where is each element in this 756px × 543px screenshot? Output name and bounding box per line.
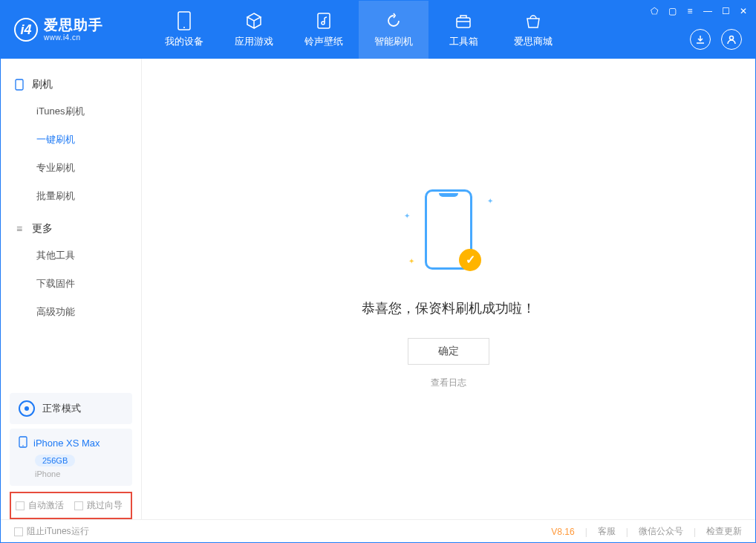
- tab-ringtones[interactable]: 铃声壁纸: [289, 1, 359, 59]
- list-icon: ≡: [14, 224, 25, 234]
- check-icon: ✓: [459, 249, 481, 271]
- device-icon: [19, 436, 27, 450]
- tab-label: 爱思商城: [514, 35, 553, 48]
- sidebar-item-itunes-flash[interactable]: iTunes刷机: [1, 97, 141, 126]
- tab-my-device[interactable]: 我的设备: [149, 1, 219, 59]
- tab-flash[interactable]: 智能刷机: [359, 1, 428, 59]
- store-icon: [524, 11, 543, 30]
- sidebar-header-more: ≡ 更多: [1, 216, 141, 241]
- sidebar-item-oneclick-flash[interactable]: 一键刷机: [1, 126, 141, 154]
- cube-icon: [244, 11, 264, 30]
- download-button[interactable]: [690, 29, 711, 50]
- customer-service-link[interactable]: 客服: [598, 525, 616, 538]
- options-row: 自动激活 跳过向导: [10, 492, 132, 519]
- tab-store[interactable]: 爱思商城: [498, 1, 568, 59]
- version-label: V8.16: [551, 527, 574, 537]
- tab-toolbox[interactable]: 工具箱: [428, 1, 498, 59]
- sidebar-header-flash: 刷机: [1, 72, 141, 97]
- ok-button[interactable]: 确定: [408, 338, 489, 365]
- header: i4 爱思助手 www.i4.cn 我的设备 应用游戏 铃声壁纸 智能刷机 工具…: [1, 1, 755, 59]
- svg-point-3: [322, 22, 325, 25]
- device-type: iPhone: [35, 469, 123, 478]
- phone-icon: [14, 79, 25, 90]
- music-icon: [314, 11, 333, 30]
- shirt-icon[interactable]: ⬠: [648, 5, 660, 17]
- checkbox-skip-guide[interactable]: 跳过向导: [74, 499, 123, 512]
- device-icon: [175, 11, 194, 30]
- main-tabs: 我的设备 应用游戏 铃声壁纸 智能刷机 工具箱 爱思商城: [149, 1, 568, 59]
- check-update-link[interactable]: 检查更新: [706, 525, 742, 538]
- maximize-button[interactable]: ☐: [720, 5, 731, 17]
- sidebar: 刷机 iTunes刷机 一键刷机 专业刷机 批量刷机 ≡ 更多 其他工具 下载固…: [1, 59, 142, 519]
- sidebar-item-batch-flash[interactable]: 批量刷机: [1, 182, 141, 210]
- main-content: ✦ ✦ ✦ ✓ 恭喜您，保资料刷机成功啦！ 确定 查看日志: [142, 59, 755, 519]
- minimize-button[interactable]: —: [702, 5, 714, 17]
- tab-label: 工具箱: [449, 35, 478, 48]
- svg-point-8: [22, 445, 24, 446]
- checkbox-block-itunes[interactable]: 阻止iTunes运行: [14, 525, 89, 538]
- tab-label: 应用游戏: [235, 35, 273, 48]
- app-subtitle: www.i4.cn: [44, 33, 103, 42]
- footer: 阻止iTunes运行 V8.16 | 客服 | 微信公众号 | 检查更新: [1, 519, 755, 543]
- success-message: 恭喜您，保资料刷机成功啦！: [362, 299, 535, 317]
- window-controls: ⬠ ▢ ≡ — ☐ ✕: [648, 5, 749, 17]
- close-button[interactable]: ✕: [737, 5, 749, 17]
- lock-icon[interactable]: ▢: [666, 5, 678, 17]
- sidebar-item-download-firmware[interactable]: 下载固件: [1, 270, 141, 298]
- svg-rect-6: [16, 79, 23, 90]
- status-label: 正常模式: [42, 402, 81, 415]
- app-title: 爱思助手: [44, 18, 103, 33]
- tab-label: 智能刷机: [374, 35, 413, 48]
- toolbox-icon: [454, 11, 473, 30]
- tab-label: 我的设备: [165, 35, 203, 48]
- view-log-link[interactable]: 查看日志: [431, 377, 466, 389]
- sidebar-item-other-tools[interactable]: 其他工具: [1, 241, 141, 270]
- menu-icon[interactable]: ≡: [684, 5, 696, 17]
- tab-apps[interactable]: 应用游戏: [219, 1, 289, 59]
- success-illustration: ✦ ✦ ✦ ✓: [397, 189, 501, 279]
- user-button[interactable]: [721, 29, 742, 50]
- svg-point-5: [730, 36, 734, 40]
- svg-point-1: [183, 27, 185, 28]
- sidebar-item-pro-flash[interactable]: 专业刷机: [1, 154, 141, 182]
- tab-label: 铃声壁纸: [304, 35, 343, 48]
- device-name: iPhone XS Max: [33, 438, 100, 449]
- status-card: 正常模式: [10, 393, 132, 424]
- svg-rect-4: [457, 18, 470, 27]
- refresh-icon: [384, 11, 403, 30]
- checkbox-auto-activate[interactable]: 自动激活: [16, 499, 64, 512]
- sidebar-item-advanced[interactable]: 高级功能: [1, 298, 141, 326]
- logo-icon: i4: [14, 18, 38, 42]
- wechat-link[interactable]: 微信公众号: [639, 525, 683, 538]
- device-card[interactable]: iPhone XS Max 256GB iPhone: [10, 429, 132, 486]
- svg-rect-2: [318, 13, 330, 28]
- device-storage: 256GB: [35, 455, 75, 466]
- logo: i4 爱思助手 www.i4.cn: [1, 18, 149, 42]
- status-icon: [19, 400, 35, 417]
